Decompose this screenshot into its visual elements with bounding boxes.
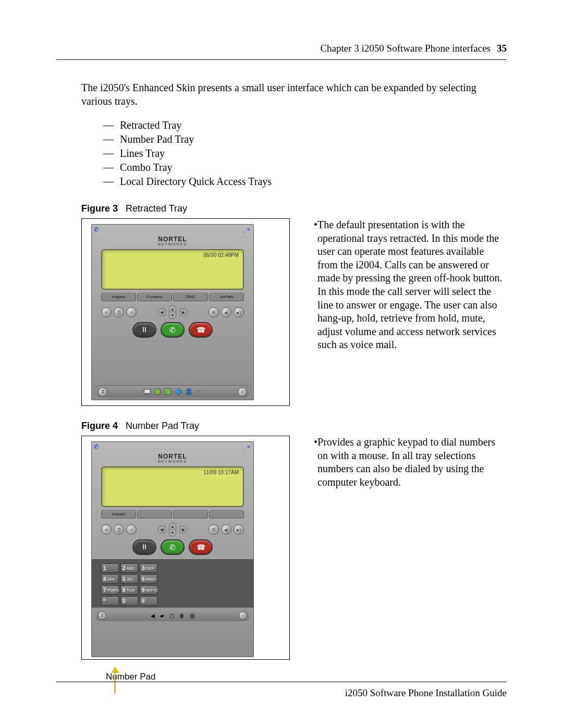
close-button[interactable]: ×	[247, 226, 251, 232]
keypad-9[interactable]: 9WXYZ	[140, 585, 157, 595]
figure3-image: ✆ _ × NORTEL NETWORKS 06/30 02:49PM Insp…	[81, 218, 290, 406]
keypad-8[interactable]: 8TUV	[120, 585, 138, 595]
answer-button[interactable]: ✆	[161, 322, 185, 338]
tray-icon[interactable]: 🔷	[175, 389, 181, 394]
keypad-5[interactable]: 5JKL	[120, 574, 138, 584]
brand-logo: NORTEL NETWORKS	[92, 234, 253, 247]
page-header: Chapter 3 i2050 Software Phone interface…	[56, 43, 507, 60]
lcd-datetime: 06/30 02:49PM	[203, 252, 239, 258]
figure3-description: •The default presentation is with the op…	[314, 218, 507, 352]
page-number: 35	[497, 43, 507, 54]
hangup-button[interactable]: ☎	[189, 539, 213, 555]
app-icon[interactable]: ✆	[94, 443, 99, 450]
list-item: Retracted Tray	[120, 118, 181, 132]
callout-label: Number Pad	[106, 672, 289, 682]
nav-dpad[interactable]: ◀▶ ▲▼	[158, 305, 187, 319]
softkey-row: Inspect Forward DND UnPark	[101, 293, 244, 301]
softphone-numberpad: ✆ _ × NORTEL NETWORKS 11/09 10:17AM Insp…	[91, 441, 254, 657]
inbox-button[interactable]: ⍰	[114, 307, 124, 317]
lcd-datetime: 11/09 10:17AM	[203, 470, 239, 475]
answer-button[interactable]: ✆	[161, 539, 185, 555]
softkey-blank[interactable]	[209, 510, 244, 519]
softkey-blank[interactable]	[173, 510, 208, 519]
bottom-tray-bar: ⇕ ◀ ▰ ▢ 🗑 ▥ i	[95, 610, 250, 621]
softkey-blank[interactable]	[137, 510, 172, 519]
tray-icon[interactable]: 📖	[144, 389, 150, 394]
volume-down-button[interactable]: ◂)	[221, 524, 231, 535]
volume-up-button[interactable]: ▸)	[234, 307, 244, 317]
copy-button[interactable]: ⎘	[209, 524, 219, 535]
services-button[interactable]: ≡	[101, 307, 112, 317]
keypad-6[interactable]: 6MNO	[140, 574, 157, 584]
softkey-row: Inspect	[101, 510, 244, 519]
tray-icon[interactable]: 🟢	[154, 389, 161, 394]
intro-paragraph: The i2050's Enhanced Skin presents a sma…	[81, 81, 507, 108]
close-button[interactable]: ×	[247, 443, 251, 450]
tray-icon[interactable]: ▰	[160, 613, 164, 619]
volume-down-button[interactable]: ◂)	[221, 307, 231, 317]
list-item: Combo Tray	[120, 161, 173, 175]
inbox-button[interactable]: ⍰	[114, 524, 124, 535]
keypad-3[interactable]: 3DEF	[140, 563, 157, 573]
directory-button[interactable]: ○	[126, 307, 137, 317]
tray-expand-button[interactable]: ⇕	[98, 611, 106, 620]
tray-icon[interactable]: 🗑	[179, 613, 185, 619]
tray-icon[interactable]: ◀	[151, 613, 155, 619]
list-item: Number Pad Tray	[120, 132, 194, 146]
tray-list: —Retracted Tray —Number Pad Tray —Lines …	[103, 118, 507, 189]
softkey-forward[interactable]: Forward	[137, 293, 172, 301]
page-footer: i2050 Software Phone Installation Guide	[56, 682, 507, 699]
keypad-1[interactable]: 1	[101, 563, 119, 573]
hangup-button[interactable]: ☎	[189, 322, 213, 338]
nav-dpad[interactable]: ◀▶ ▲▼	[158, 523, 187, 536]
keypad-2[interactable]: 2ABC	[120, 563, 138, 573]
keypad-hash[interactable]: #	[140, 596, 157, 606]
chapter-title: Chapter 3 i2050 Software Phone interface…	[320, 43, 491, 54]
figure4-caption: Figure 4 Number Pad Tray	[81, 421, 507, 431]
figure4-image: ✆ _ × NORTEL NETWORKS 11/09 10:17AM Insp…	[81, 436, 290, 660]
softkey-inspect[interactable]: Inspect	[101, 510, 136, 519]
list-item: Local Directory Quick Access Trays	[120, 175, 272, 189]
tray-icon[interactable]: 👤	[186, 389, 192, 394]
brand-logo: NORTEL NETWORKS	[92, 451, 253, 464]
lcd-display: 11/09 10:17AM	[101, 466, 244, 507]
app-icon[interactable]: ✆	[94, 226, 99, 233]
figure3-caption: Figure 3 Retracted Tray	[81, 203, 507, 214]
keypad-0[interactable]: 0	[120, 596, 138, 606]
softkey-unpark[interactable]: UnPark	[209, 293, 244, 301]
figure4-description: •Provides a graphic keypad to dial numbe…	[314, 436, 507, 489]
minimize-button[interactable]: _	[242, 443, 247, 450]
softkey-dnd[interactable]: DND	[173, 293, 208, 301]
tray-left-button[interactable]: ⇕	[98, 387, 107, 397]
number-pad-tray: 1 2ABC 3DEF 4GHI 5JKL 6MNO 7PQRS 8TUV 9W…	[92, 559, 253, 608]
tray-icon[interactable]: ▢	[169, 613, 174, 619]
volume-up-button[interactable]: ▸)	[234, 524, 244, 535]
tray-info-button[interactable]: i	[239, 611, 247, 620]
hold-button[interactable]: ⏸	[132, 539, 156, 555]
tray-icon[interactable]: ⋯	[196, 389, 201, 394]
services-button[interactable]: ≡	[101, 524, 112, 535]
hold-button[interactable]: ⏸	[132, 322, 156, 338]
tray-info-button[interactable]: i	[238, 387, 247, 397]
softphone-retracted: ✆ _ × NORTEL NETWORKS 06/30 02:49PM Insp…	[91, 224, 254, 400]
keypad-star[interactable]: *	[101, 596, 119, 606]
lcd-display: 06/30 02:49PM	[101, 249, 244, 290]
minimize-button[interactable]: _	[242, 226, 247, 232]
keypad-4[interactable]: 4GHI	[101, 574, 119, 584]
softkey-inspect[interactable]: Inspect	[101, 293, 136, 301]
copy-button[interactable]: ⎘	[209, 307, 219, 317]
tray-icon[interactable]: 🟩	[165, 389, 171, 394]
tray-selector-bar: ⇕ 📖 🟢 🟩 🔷 👤 ⋯ i	[95, 385, 250, 398]
directory-button[interactable]: ○	[126, 524, 137, 535]
tray-icon[interactable]: ▥	[190, 613, 194, 619]
keypad-7[interactable]: 7PQRS	[101, 585, 119, 595]
list-item: Lines Tray	[120, 146, 165, 161]
